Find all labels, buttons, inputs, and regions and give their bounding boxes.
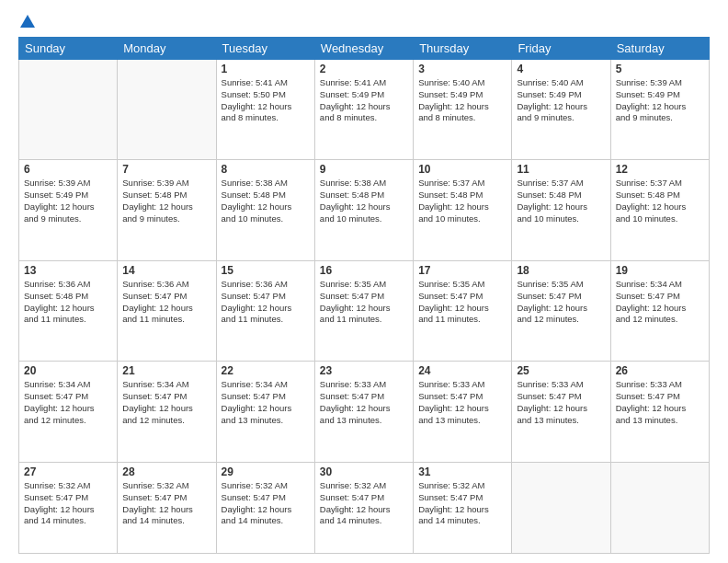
header-sunday: Sunday [19, 38, 118, 60]
day-number: 29 [222, 465, 310, 478]
day-number: 18 [517, 264, 605, 277]
day-number: 6 [24, 163, 112, 176]
calendar-cell: 31Sunrise: 5:32 AMSunset: 5:47 PMDayligh… [414, 462, 512, 553]
day-info: Sunrise: 5:33 AMSunset: 5:47 PMDaylight:… [418, 379, 506, 426]
calendar-cell: 7Sunrise: 5:39 AMSunset: 5:48 PMDaylight… [118, 160, 216, 260]
day-info: Sunrise: 5:37 AMSunset: 5:48 PMDaylight:… [418, 178, 506, 224]
day-number: 9 [320, 163, 408, 176]
day-number: 19 [616, 264, 704, 277]
calendar-cell: 4Sunrise: 5:40 AMSunset: 5:49 PMDaylight… [512, 60, 610, 160]
day-info: Sunrise: 5:39 AMSunset: 5:49 PMDaylight:… [24, 178, 112, 224]
week-row-2: 13Sunrise: 5:36 AMSunset: 5:48 PMDayligh… [19, 260, 710, 361]
week-row-4: 27Sunrise: 5:32 AMSunset: 5:47 PMDayligh… [19, 462, 710, 553]
day-number: 28 [122, 465, 210, 478]
day-info: Sunrise: 5:32 AMSunset: 5:47 PMDaylight:… [122, 480, 210, 527]
calendar-cell: 10Sunrise: 5:37 AMSunset: 5:48 PMDayligh… [414, 160, 512, 260]
header-friday: Friday [512, 38, 610, 60]
calendar-cell: 17Sunrise: 5:35 AMSunset: 5:47 PMDayligh… [414, 260, 512, 361]
day-info: Sunrise: 5:36 AMSunset: 5:47 PMDaylight:… [122, 279, 210, 326]
day-info: Sunrise: 5:41 AMSunset: 5:50 PMDaylight:… [222, 77, 310, 124]
day-number: 26 [616, 364, 704, 377]
day-number: 2 [320, 63, 408, 75]
day-info: Sunrise: 5:33 AMSunset: 5:47 PMDaylight:… [320, 379, 408, 426]
calendar-cell: 2Sunrise: 5:41 AMSunset: 5:49 PMDaylight… [314, 60, 413, 160]
calendar-cell: 3Sunrise: 5:40 AMSunset: 5:49 PMDaylight… [414, 60, 512, 160]
day-info: Sunrise: 5:40 AMSunset: 5:49 PMDaylight:… [517, 77, 605, 124]
calendar-cell: 20Sunrise: 5:34 AMSunset: 5:47 PMDayligh… [19, 362, 118, 462]
calendar-cell: 1Sunrise: 5:41 AMSunset: 5:50 PMDaylight… [216, 60, 314, 160]
calendar-cell [610, 462, 709, 553]
calendar-cell: 11Sunrise: 5:37 AMSunset: 5:48 PMDayligh… [512, 160, 610, 260]
day-info: Sunrise: 5:37 AMSunset: 5:48 PMDaylight:… [517, 178, 605, 224]
calendar-cell: 23Sunrise: 5:33 AMSunset: 5:47 PMDayligh… [314, 362, 413, 462]
day-number: 20 [24, 364, 112, 377]
calendar-cell: 19Sunrise: 5:34 AMSunset: 5:47 PMDayligh… [610, 260, 709, 361]
calendar-cell: 15Sunrise: 5:36 AMSunset: 5:47 PMDayligh… [216, 260, 314, 361]
day-number: 8 [222, 163, 310, 176]
calendar-cell: 9Sunrise: 5:38 AMSunset: 5:48 PMDaylight… [314, 160, 413, 260]
day-number: 14 [122, 264, 210, 277]
logo-triangle-icon [20, 15, 35, 28]
day-number: 5 [616, 63, 704, 75]
calendar-table: SundayMondayTuesdayWednesdayThursdayFrid… [18, 37, 710, 554]
header [18, 15, 710, 29]
day-info: Sunrise: 5:37 AMSunset: 5:48 PMDaylight:… [616, 178, 704, 224]
calendar-cell: 13Sunrise: 5:36 AMSunset: 5:48 PMDayligh… [19, 260, 118, 361]
calendar-cell: 30Sunrise: 5:32 AMSunset: 5:47 PMDayligh… [314, 462, 413, 553]
day-info: Sunrise: 5:33 AMSunset: 5:47 PMDaylight:… [517, 379, 605, 426]
day-info: Sunrise: 5:39 AMSunset: 5:49 PMDaylight:… [616, 77, 704, 124]
logo [18, 15, 35, 29]
header-thursday: Thursday [414, 38, 512, 60]
day-number: 23 [320, 364, 408, 377]
calendar-cell [19, 60, 118, 160]
day-info: Sunrise: 5:38 AMSunset: 5:48 PMDaylight:… [320, 178, 408, 224]
day-info: Sunrise: 5:36 AMSunset: 5:48 PMDaylight:… [24, 279, 112, 326]
week-row-3: 20Sunrise: 5:34 AMSunset: 5:47 PMDayligh… [19, 362, 710, 462]
day-info: Sunrise: 5:36 AMSunset: 5:47 PMDaylight:… [222, 279, 310, 326]
day-number: 15 [222, 264, 310, 277]
calendar-cell: 16Sunrise: 5:35 AMSunset: 5:47 PMDayligh… [314, 260, 413, 361]
day-info: Sunrise: 5:40 AMSunset: 5:49 PMDaylight:… [418, 77, 506, 124]
calendar-cell: 28Sunrise: 5:32 AMSunset: 5:47 PMDayligh… [118, 462, 216, 553]
day-number: 21 [122, 364, 210, 377]
day-number: 30 [320, 465, 408, 478]
day-info: Sunrise: 5:34 AMSunset: 5:47 PMDaylight:… [222, 379, 310, 426]
day-info: Sunrise: 5:39 AMSunset: 5:48 PMDaylight:… [122, 178, 210, 224]
header-tuesday: Tuesday [216, 38, 314, 60]
day-number: 11 [517, 163, 605, 176]
day-info: Sunrise: 5:38 AMSunset: 5:48 PMDaylight:… [222, 178, 310, 224]
day-info: Sunrise: 5:32 AMSunset: 5:47 PMDaylight:… [418, 480, 506, 527]
page: SundayMondayTuesdayWednesdayThursdayFrid… [0, 0, 728, 563]
day-info: Sunrise: 5:33 AMSunset: 5:47 PMDaylight:… [616, 379, 704, 426]
day-number: 10 [418, 163, 506, 176]
calendar-cell: 29Sunrise: 5:32 AMSunset: 5:47 PMDayligh… [216, 462, 314, 553]
week-row-0: 1Sunrise: 5:41 AMSunset: 5:50 PMDaylight… [19, 60, 710, 160]
day-info: Sunrise: 5:34 AMSunset: 5:47 PMDaylight:… [616, 279, 704, 326]
calendar-cell: 8Sunrise: 5:38 AMSunset: 5:48 PMDaylight… [216, 160, 314, 260]
day-info: Sunrise: 5:35 AMSunset: 5:47 PMDaylight:… [320, 279, 408, 326]
day-number: 25 [517, 364, 605, 377]
calendar-cell: 27Sunrise: 5:32 AMSunset: 5:47 PMDayligh… [19, 462, 118, 553]
calendar-header-row: SundayMondayTuesdayWednesdayThursdayFrid… [19, 38, 710, 60]
calendar-cell: 6Sunrise: 5:39 AMSunset: 5:49 PMDaylight… [19, 160, 118, 260]
day-info: Sunrise: 5:32 AMSunset: 5:47 PMDaylight:… [222, 480, 310, 527]
day-info: Sunrise: 5:32 AMSunset: 5:47 PMDaylight:… [24, 480, 112, 527]
day-number: 24 [418, 364, 506, 377]
day-number: 12 [616, 163, 704, 176]
calendar-cell: 5Sunrise: 5:39 AMSunset: 5:49 PMDaylight… [610, 60, 709, 160]
day-number: 31 [418, 465, 506, 478]
calendar-cell: 26Sunrise: 5:33 AMSunset: 5:47 PMDayligh… [610, 362, 709, 462]
calendar-cell: 12Sunrise: 5:37 AMSunset: 5:48 PMDayligh… [610, 160, 709, 260]
day-number: 17 [418, 264, 506, 277]
header-wednesday: Wednesday [314, 38, 413, 60]
day-number: 1 [222, 63, 310, 75]
day-number: 13 [24, 264, 112, 277]
week-row-1: 6Sunrise: 5:39 AMSunset: 5:49 PMDaylight… [19, 160, 710, 260]
calendar-cell: 14Sunrise: 5:36 AMSunset: 5:47 PMDayligh… [118, 260, 216, 361]
day-number: 27 [24, 465, 112, 478]
day-info: Sunrise: 5:41 AMSunset: 5:49 PMDaylight:… [320, 77, 408, 124]
calendar-cell [118, 60, 216, 160]
day-number: 7 [122, 163, 210, 176]
calendar-cell: 25Sunrise: 5:33 AMSunset: 5:47 PMDayligh… [512, 362, 610, 462]
calendar-cell [512, 462, 610, 553]
